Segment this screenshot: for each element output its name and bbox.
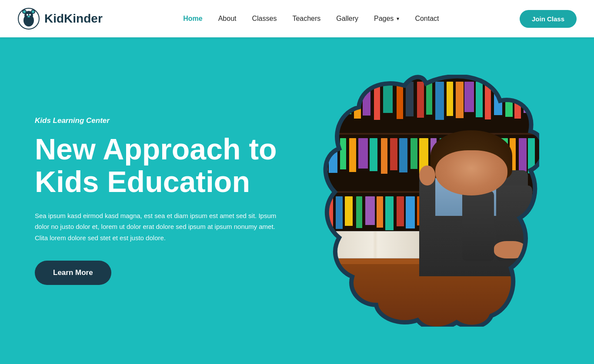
desk-book bbox=[313, 231, 437, 259]
nav-link-teachers[interactable]: Teachers bbox=[292, 15, 320, 22]
hero-section: Kids Learning Center New Approach to Kid… bbox=[0, 37, 594, 364]
nav-link-contact[interactable]: Contact bbox=[415, 15, 439, 22]
svg-point-6 bbox=[32, 10, 34, 13]
join-class-button[interactable]: Join Class bbox=[520, 10, 577, 28]
hero-image-frame bbox=[313, 75, 539, 327]
nav-link-about[interactable]: About bbox=[218, 15, 237, 22]
hero-subtitle: Kids Learning Center bbox=[35, 116, 278, 125]
nav-link-classes[interactable]: Classes bbox=[252, 15, 277, 22]
child-head bbox=[435, 150, 507, 195]
learn-more-button[interactable]: Learn More bbox=[35, 261, 111, 285]
svg-point-8 bbox=[29, 14, 31, 16]
child-ear bbox=[419, 165, 435, 185]
nav-item-about[interactable]: About bbox=[218, 15, 237, 23]
hero-image-clipped bbox=[313, 75, 539, 327]
svg-point-7 bbox=[27, 14, 28, 16]
hero-title: New Approach to Kids Education bbox=[35, 133, 278, 198]
scene bbox=[313, 75, 539, 327]
nav-item-contact[interactable]: Contact bbox=[415, 15, 439, 23]
hero-content: Kids Learning Center New Approach to Kid… bbox=[35, 116, 304, 285]
nav-links: Home About Classes Teachers Gallery Page… bbox=[183, 15, 439, 23]
svg-point-5 bbox=[23, 10, 26, 13]
nav-link-gallery[interactable]: Gallery bbox=[336, 15, 358, 22]
hero-image-area bbox=[304, 75, 548, 327]
svg-point-9 bbox=[27, 16, 30, 17]
child-arm-left bbox=[462, 191, 494, 261]
nav-item-pages[interactable]: Pages ▾ bbox=[374, 15, 399, 23]
nav-link-pages[interactable]: Pages ▾ bbox=[374, 15, 399, 23]
logo-icon bbox=[17, 7, 40, 30]
nav-link-home[interactable]: Home bbox=[183, 15, 202, 22]
nav-item-home[interactable]: Home bbox=[183, 15, 202, 23]
brand-name: KidKinder bbox=[44, 12, 103, 26]
nav-item-classes[interactable]: Classes bbox=[252, 15, 277, 23]
child-hand bbox=[494, 241, 526, 259]
logo[interactable]: KidKinder bbox=[17, 7, 103, 30]
chevron-down-icon: ▾ bbox=[397, 16, 399, 22]
hero-description: Sea ipsum kasd eirmod kasd magna, est se… bbox=[35, 210, 278, 244]
nav-item-gallery[interactable]: Gallery bbox=[336, 15, 358, 23]
nav-item-teachers[interactable]: Teachers bbox=[292, 15, 320, 23]
navbar: KidKinder Home About Classes Teachers Ga… bbox=[0, 0, 594, 37]
